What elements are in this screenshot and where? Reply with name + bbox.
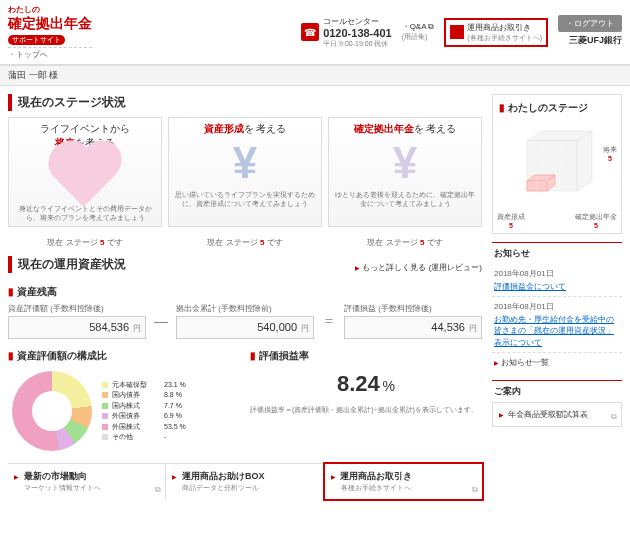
- card-life-event[interactable]: ライフイベントから将来を考える 身近なライフイベントとその費用データから、将来の…: [8, 117, 162, 227]
- top-link[interactable]: ・トップへ: [8, 47, 92, 60]
- news-item[interactable]: 2018年08月01日 評価損益金について: [492, 264, 622, 297]
- trade-sub: (各種お手続きサイトへ): [467, 33, 542, 43]
- news-more-link[interactable]: お知らせ一覧: [492, 353, 622, 372]
- rate-title: 評価損益率: [250, 349, 482, 363]
- equals-icon: ＝: [322, 312, 336, 330]
- bottom-link-helpbox[interactable]: 運用商品お助けBOX 商品データと分析ツール: [166, 464, 324, 499]
- pie-chart: [12, 371, 92, 451]
- value3-label: 評価損益 (手数料控除後): [344, 303, 482, 314]
- stage-status-3: 現在 ステージ 5 です: [328, 237, 482, 248]
- card-dc-pension[interactable]: 確定拠出年金を 考える ¥ ゆとりある老後を迎えるために、確定拠出年金について考…: [328, 117, 482, 227]
- assets-more-link[interactable]: もっと詳しく見る (運用レビュー): [355, 262, 482, 273]
- cube-chart-icon: [507, 121, 607, 211]
- popup-icon: ⧉: [472, 485, 478, 495]
- call-label: コールセンター: [323, 16, 392, 27]
- call-hours: 平日 9:00-19:00 祝休: [323, 39, 392, 49]
- popup-icon: ⧉: [155, 485, 161, 495]
- logo-subtitle: サポートサイト: [8, 35, 65, 45]
- heart-icon: [13, 152, 157, 202]
- value3-field: 44,536円: [344, 316, 482, 339]
- guide-calculator-button[interactable]: 年金商品受取額試算表 ⧉: [492, 402, 622, 427]
- bottom-link-market[interactable]: 最新の市場動向 マーケット情報サイトへ ⧉: [8, 464, 166, 499]
- balance-title: 資産残高: [8, 285, 482, 299]
- svg-marker-2: [577, 131, 592, 191]
- stage-status-2: 現在 ステージ 5 です: [168, 237, 322, 248]
- qa-sub: (用語集): [402, 33, 428, 40]
- value2-label: 拠出金累計 (手数料控除前): [176, 303, 314, 314]
- logout-button[interactable]: ・ログアウト: [558, 15, 622, 32]
- rate-description: 評価損益率＝(資産評価額－拠出金累計)÷拠出金累計)を表示しています。: [250, 405, 482, 415]
- popup-icon: ⧉: [428, 22, 434, 31]
- phone-icon: ☎: [301, 23, 319, 41]
- call-center: ☎ コールセンター 0120-138-401 平日 9:00-19:00 祝休: [301, 16, 392, 49]
- news-item[interactable]: 2018年08月01日 お勤め先・厚生給付金を受給中の皆さまの「残在の運用資産状…: [492, 297, 622, 353]
- site-logo[interactable]: わたしの 確定拠出年金 サポートサイト ・トップへ: [8, 4, 92, 60]
- logo-title: 確定拠出年金: [8, 15, 92, 33]
- bottom-link-trade-highlighted[interactable]: 運用商品お取引き 各種お手続きサイトへ ⧉: [325, 464, 482, 499]
- stage-status-1: 現在 ステージ 5 です: [8, 237, 162, 248]
- popup-icon: ⧉: [611, 412, 617, 422]
- news-title: お知らせ: [492, 243, 622, 264]
- value2-field: 540,000円: [176, 316, 314, 339]
- rate-value: 8.24 %: [250, 371, 482, 397]
- pie-legend: 元本確保型23.1 %国内債券8.8 %国内株式7.7 %外国債券6.9 %外国…: [102, 380, 186, 443]
- assets-section-title: 現在の運用資産状況: [8, 256, 126, 273]
- qa-link[interactable]: ・Q&A ⧉ (用語集): [402, 22, 435, 43]
- value1-field: 584,536円: [8, 316, 146, 339]
- user-greeting: 蒲田 一郎 様: [0, 65, 630, 86]
- news-link[interactable]: 評価損益金について: [494, 282, 566, 291]
- call-number: 0120-138-401: [323, 27, 392, 39]
- stage-section-title: 現在のステージ状況: [8, 94, 482, 111]
- qa-label: ・Q&A: [402, 22, 426, 31]
- my-stage-title: わたしのステージ: [499, 101, 615, 115]
- trade-link-highlighted[interactable]: 運用商品お取引き (各種お手続きサイトへ): [444, 18, 548, 47]
- composition-title: 資産評価額の構成比: [8, 349, 240, 363]
- news-link[interactable]: お勤め先・厚生給付金を受給中の皆さまの「残在の運用資産状況」表示について: [494, 315, 614, 346]
- trade-icon: [450, 25, 464, 39]
- value1-label: 資産評価額 (手数料控除後): [8, 303, 146, 314]
- minus-icon: —: [154, 313, 168, 329]
- guide-title: ご案内: [492, 381, 622, 402]
- yen-icon: ¥: [333, 138, 477, 188]
- yen-icon: ¥: [173, 138, 317, 188]
- trade-label: 運用商品お取引き: [467, 22, 542, 33]
- card-asset-building[interactable]: 資産形成を 考える ¥ 思い描いているライフプランを実現するために、資産形成につ…: [168, 117, 322, 227]
- logo-pretitle: わたしの: [8, 4, 92, 15]
- my-stage-panel: わたしのステージ 将来5 資産形成5 確定拠出年金5: [492, 94, 622, 234]
- bank-name: 三菱UFJ銀行: [558, 32, 622, 49]
